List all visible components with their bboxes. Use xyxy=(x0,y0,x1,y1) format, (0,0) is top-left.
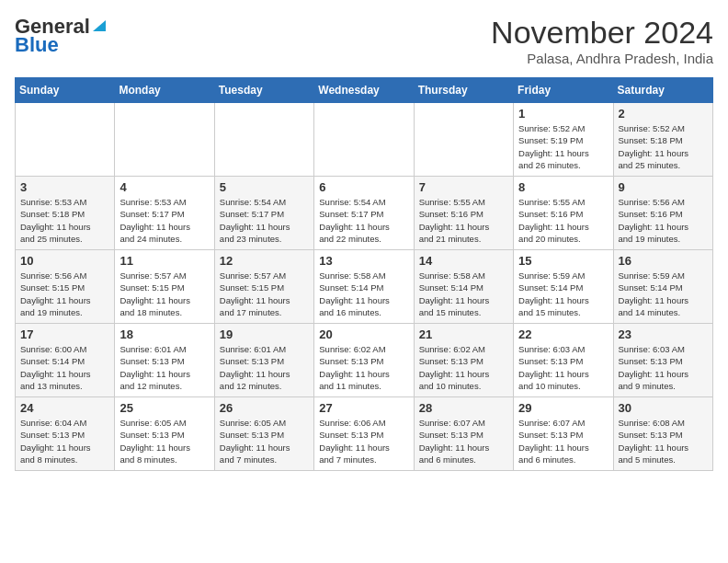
calendar-cell: 28Sunrise: 6:07 AM Sunset: 5:13 PM Dayli… xyxy=(414,397,513,471)
calendar-cell: 9Sunrise: 5:56 AM Sunset: 5:16 PM Daylig… xyxy=(613,177,712,250)
calendar-cell: 10Sunrise: 5:56 AM Sunset: 5:15 PM Dayli… xyxy=(16,250,115,324)
calendar-week-row: 3Sunrise: 5:53 AM Sunset: 5:18 PM Daylig… xyxy=(16,177,713,250)
day-info: Sunrise: 5:58 AM Sunset: 5:14 PM Dayligh… xyxy=(319,270,408,318)
day-number: 2 xyxy=(619,107,708,121)
day-number: 15 xyxy=(518,254,608,268)
weekday-header: Saturday xyxy=(613,78,712,103)
calendar-cell xyxy=(214,103,313,177)
day-info: Sunrise: 5:57 AM Sunset: 5:15 PM Dayligh… xyxy=(220,270,309,318)
calendar-cell: 18Sunrise: 6:01 AM Sunset: 5:13 PM Dayli… xyxy=(115,324,214,397)
day-number: 10 xyxy=(20,254,109,268)
day-info: Sunrise: 6:03 AM Sunset: 5:13 PM Dayligh… xyxy=(619,343,708,392)
calendar-cell: 22Sunrise: 6:03 AM Sunset: 5:13 PM Dayli… xyxy=(514,324,613,397)
weekday-header: Sunday xyxy=(16,78,115,103)
day-number: 5 xyxy=(220,180,309,194)
calendar-cell: 2Sunrise: 5:52 AM Sunset: 5:18 PM Daylig… xyxy=(613,103,712,177)
calendar-cell xyxy=(16,103,115,177)
day-number: 6 xyxy=(319,180,408,194)
logo-icon xyxy=(91,17,108,33)
calendar-cell: 19Sunrise: 6:01 AM Sunset: 5:13 PM Dayli… xyxy=(214,324,313,397)
day-info: Sunrise: 6:02 AM Sunset: 5:13 PM Dayligh… xyxy=(319,343,408,392)
calendar-cell: 8Sunrise: 5:55 AM Sunset: 5:16 PM Daylig… xyxy=(514,177,613,250)
calendar-cell: 20Sunrise: 6:02 AM Sunset: 5:13 PM Dayli… xyxy=(314,324,414,397)
calendar-week-row: 24Sunrise: 6:04 AM Sunset: 5:13 PM Dayli… xyxy=(16,397,713,471)
calendar-cell: 24Sunrise: 6:04 AM Sunset: 5:13 PM Dayli… xyxy=(16,397,115,471)
day-info: Sunrise: 5:53 AM Sunset: 5:18 PM Dayligh… xyxy=(20,196,109,245)
day-number: 14 xyxy=(419,254,508,268)
title-block: November 2024 Palasa, Andhra Pradesh, In… xyxy=(491,15,713,66)
day-number: 28 xyxy=(419,401,508,415)
day-info: Sunrise: 6:05 AM Sunset: 5:13 PM Dayligh… xyxy=(220,417,309,465)
day-number: 7 xyxy=(419,180,508,194)
day-info: Sunrise: 6:05 AM Sunset: 5:13 PM Dayligh… xyxy=(119,417,209,465)
day-number: 30 xyxy=(619,401,708,415)
day-number: 8 xyxy=(518,180,608,194)
day-info: Sunrise: 5:56 AM Sunset: 5:16 PM Dayligh… xyxy=(619,196,708,245)
day-info: Sunrise: 5:52 AM Sunset: 5:18 PM Dayligh… xyxy=(619,122,708,171)
calendar-cell: 16Sunrise: 5:59 AM Sunset: 5:14 PM Dayli… xyxy=(613,250,712,324)
day-number: 13 xyxy=(319,254,408,268)
calendar-week-row: 10Sunrise: 5:56 AM Sunset: 5:15 PM Dayli… xyxy=(16,250,713,324)
weekday-header: Thursday xyxy=(414,78,513,103)
day-info: Sunrise: 6:08 AM Sunset: 5:13 PM Dayligh… xyxy=(619,417,708,465)
location: Palasa, Andhra Pradesh, India xyxy=(491,51,713,66)
day-info: Sunrise: 5:53 AM Sunset: 5:17 PM Dayligh… xyxy=(119,196,209,245)
day-number: 18 xyxy=(119,327,209,341)
calendar-cell: 5Sunrise: 5:54 AM Sunset: 5:17 PM Daylig… xyxy=(214,177,313,250)
logo-blue: Blue xyxy=(15,33,59,57)
svg-marker-0 xyxy=(93,20,106,31)
calendar-cell: 4Sunrise: 5:53 AM Sunset: 5:17 PM Daylig… xyxy=(115,177,214,250)
day-info: Sunrise: 5:59 AM Sunset: 5:14 PM Dayligh… xyxy=(518,270,608,318)
day-info: Sunrise: 6:04 AM Sunset: 5:13 PM Dayligh… xyxy=(20,417,109,465)
calendar-cell: 17Sunrise: 6:00 AM Sunset: 5:14 PM Dayli… xyxy=(16,324,115,397)
weekday-header: Friday xyxy=(514,78,613,103)
calendar-cell: 14Sunrise: 5:58 AM Sunset: 5:14 PM Dayli… xyxy=(414,250,513,324)
calendar-cell: 3Sunrise: 5:53 AM Sunset: 5:18 PM Daylig… xyxy=(16,177,115,250)
day-number: 4 xyxy=(119,180,209,194)
day-info: Sunrise: 5:57 AM Sunset: 5:15 PM Dayligh… xyxy=(119,270,209,318)
day-info: Sunrise: 6:07 AM Sunset: 5:13 PM Dayligh… xyxy=(518,417,608,465)
day-number: 24 xyxy=(20,401,109,415)
page-header: General Blue November 2024 Palasa, Andhr… xyxy=(15,15,713,66)
weekday-header: Monday xyxy=(115,78,214,103)
day-number: 21 xyxy=(419,327,508,341)
calendar-cell: 7Sunrise: 5:55 AM Sunset: 5:16 PM Daylig… xyxy=(414,177,513,250)
calendar-cell: 11Sunrise: 5:57 AM Sunset: 5:15 PM Dayli… xyxy=(115,250,214,324)
day-number: 9 xyxy=(619,180,708,194)
calendar-cell: 29Sunrise: 6:07 AM Sunset: 5:13 PM Dayli… xyxy=(514,397,613,471)
day-number: 17 xyxy=(20,327,109,341)
day-number: 27 xyxy=(319,401,408,415)
day-number: 25 xyxy=(119,401,209,415)
calendar-cell: 27Sunrise: 6:06 AM Sunset: 5:13 PM Dayli… xyxy=(314,397,414,471)
calendar-cell: 30Sunrise: 6:08 AM Sunset: 5:13 PM Dayli… xyxy=(613,397,712,471)
calendar-cell: 26Sunrise: 6:05 AM Sunset: 5:13 PM Dayli… xyxy=(214,397,313,471)
calendar-cell: 15Sunrise: 5:59 AM Sunset: 5:14 PM Dayli… xyxy=(514,250,613,324)
day-number: 3 xyxy=(20,180,109,194)
day-info: Sunrise: 6:07 AM Sunset: 5:13 PM Dayligh… xyxy=(419,417,508,465)
day-info: Sunrise: 5:55 AM Sunset: 5:16 PM Dayligh… xyxy=(419,196,508,245)
day-info: Sunrise: 5:56 AM Sunset: 5:15 PM Dayligh… xyxy=(20,270,109,318)
calendar-cell xyxy=(115,103,214,177)
day-info: Sunrise: 6:03 AM Sunset: 5:13 PM Dayligh… xyxy=(518,343,608,392)
day-number: 19 xyxy=(220,327,309,341)
day-info: Sunrise: 5:54 AM Sunset: 5:17 PM Dayligh… xyxy=(319,196,408,245)
month-title: November 2024 xyxy=(491,15,713,51)
calendar-cell: 1Sunrise: 5:52 AM Sunset: 5:19 PM Daylig… xyxy=(514,103,613,177)
day-info: Sunrise: 6:02 AM Sunset: 5:13 PM Dayligh… xyxy=(419,343,508,392)
logo: General Blue xyxy=(15,15,108,57)
calendar-table: SundayMondayTuesdayWednesdayThursdayFrid… xyxy=(15,77,713,471)
day-number: 29 xyxy=(518,401,608,415)
day-number: 20 xyxy=(319,327,408,341)
weekday-header: Tuesday xyxy=(214,78,313,103)
day-info: Sunrise: 5:55 AM Sunset: 5:16 PM Dayligh… xyxy=(518,196,608,245)
calendar-cell: 23Sunrise: 6:03 AM Sunset: 5:13 PM Dayli… xyxy=(613,324,712,397)
day-number: 23 xyxy=(619,327,708,341)
day-number: 16 xyxy=(619,254,708,268)
day-number: 12 xyxy=(220,254,309,268)
calendar-cell: 21Sunrise: 6:02 AM Sunset: 5:13 PM Dayli… xyxy=(414,324,513,397)
calendar-week-row: 17Sunrise: 6:00 AM Sunset: 5:14 PM Dayli… xyxy=(16,324,713,397)
day-number: 26 xyxy=(220,401,309,415)
weekday-header-row: SundayMondayTuesdayWednesdayThursdayFrid… xyxy=(16,78,713,103)
weekday-header: Wednesday xyxy=(314,78,414,103)
day-info: Sunrise: 5:58 AM Sunset: 5:14 PM Dayligh… xyxy=(419,270,508,318)
